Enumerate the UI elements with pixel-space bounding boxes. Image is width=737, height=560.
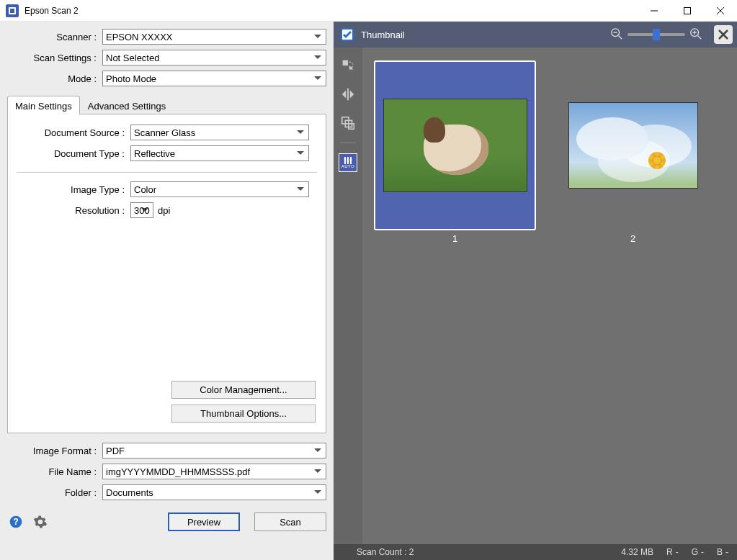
document-source-label: Document Source : [17, 127, 130, 138]
image-type-select[interactable]: Color [130, 181, 309, 197]
zoom-slider[interactable] [627, 33, 685, 36]
scan-settings-label: Scan Settings : [7, 53, 102, 63]
status-size: 4.32 MB [621, 547, 653, 557]
scanner-label: Scanner : [7, 32, 102, 42]
file-name-select[interactable]: imgYYYYMMDD_HHMMSSSS.pdf [102, 464, 326, 479]
svg-line-9 [619, 35, 622, 39]
scan-settings-select[interactable]: Not Selected [102, 50, 326, 66]
image-type-label: Image Type : [17, 184, 130, 195]
resolution-select[interactable]: 300 [130, 202, 153, 218]
thumbnail-image [383, 99, 527, 192]
svg-point-23 [344, 158, 347, 161]
help-icon[interactable]: ? [7, 513, 24, 530]
svg-point-24 [347, 161, 349, 163]
svg-line-12 [698, 35, 702, 39]
thumbnail-options-button[interactable]: Thumbnail Options... [171, 405, 316, 423]
zoom-slider-thumb[interactable] [653, 29, 660, 40]
zoom-in-icon[interactable] [689, 27, 702, 42]
thumbnail-item[interactable]: 2 [552, 60, 714, 244]
resolution-label: Resolution : [17, 205, 130, 216]
mirror-icon[interactable] [339, 85, 357, 104]
close-button[interactable] [704, 0, 737, 21]
folder-label: Folder : [7, 487, 102, 498]
app-icon [6, 4, 19, 17]
document-type-select[interactable]: Reflective [130, 145, 309, 161]
title-bar: Epson Scan 2 [0, 0, 737, 22]
scanner-select[interactable]: EPSON XXXXX [102, 29, 326, 45]
thumbnail-canvas: 1 2 [362, 48, 737, 544]
zoom-out-icon[interactable] [610, 27, 623, 42]
main-settings-panel: Document Source : Scanner Glass Document… [7, 114, 326, 433]
divider [17, 172, 317, 173]
close-preview-icon[interactable] [714, 25, 733, 44]
svg-rect-3 [684, 7, 691, 14]
mode-select[interactable]: Photo Mode [102, 71, 326, 86]
auto-label: AUTO [341, 164, 355, 168]
document-source-select[interactable]: Scanner Glass [130, 125, 309, 140]
thumbnail-frame-selected [374, 60, 536, 230]
svg-point-25 [350, 159, 352, 161]
preview-button[interactable]: Preview [168, 512, 240, 531]
status-b: B- [717, 547, 728, 557]
svg-rect-19 [349, 124, 354, 129]
rotate-icon[interactable] [339, 56, 357, 75]
thumbnail-index: 2 [552, 230, 714, 244]
thumbnail-label: Thumbnail [361, 30, 603, 40]
svg-text:?: ? [13, 517, 19, 527]
settings-panel: Scanner : EPSON XXXXX Scan Settings : No… [0, 22, 334, 560]
preview-panel: Thumbnail [334, 22, 737, 560]
image-format-label: Image Format : [7, 446, 102, 456]
status-g: G- [692, 547, 704, 557]
svg-rect-1 [10, 9, 14, 13]
sidebar-divider [340, 143, 356, 143]
tab-advanced-settings[interactable]: Advanced Settings [80, 96, 174, 114]
image-format-select[interactable]: PDF [102, 443, 326, 459]
mode-label: Mode : [7, 73, 102, 84]
window-title: Epson Scan 2 [24, 6, 638, 16]
minimize-button[interactable] [638, 0, 671, 21]
resolution-unit: dpi [158, 205, 170, 216]
color-management-button[interactable]: Color Management... [171, 381, 316, 399]
scan-button[interactable]: Scan [254, 512, 326, 531]
file-name-label: File Name : [7, 466, 102, 477]
maximize-button[interactable] [671, 0, 704, 21]
status-r: R- [666, 547, 679, 557]
tab-main-settings[interactable]: Main Settings [7, 96, 80, 114]
folder-select[interactable]: Documents [102, 484, 326, 500]
auto-adjust-icon[interactable]: AUTO [339, 153, 357, 172]
thumbnail-checkbox[interactable] [341, 28, 354, 41]
thumbnail-index: 1 [374, 230, 536, 244]
document-type-label: Document Type : [17, 148, 130, 159]
thumbnail-frame [552, 60, 714, 230]
status-scan-count: Scan Count : 2 [357, 547, 608, 557]
status-bar: Scan Count : 2 4.32 MB R- G- B- [334, 544, 737, 560]
settings-icon[interactable] [32, 513, 49, 530]
thumbnail-item[interactable]: 1 [374, 60, 536, 244]
thumbnail-image [568, 102, 698, 189]
select-all-icon[interactable] [339, 114, 357, 132]
